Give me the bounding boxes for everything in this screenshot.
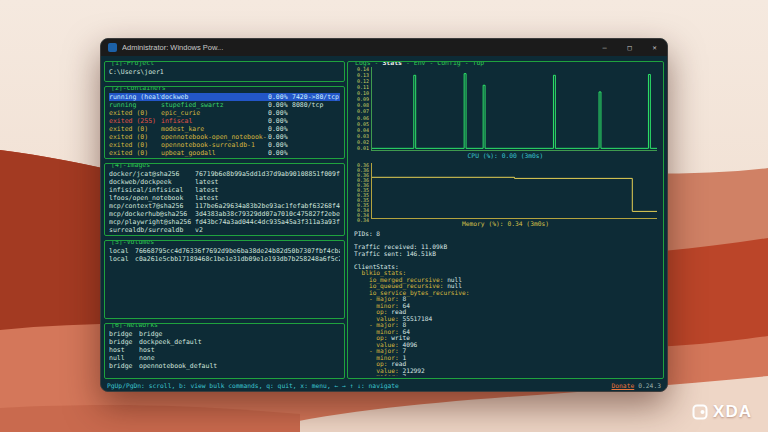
network-name: host bbox=[139, 346, 340, 354]
network-name: dockpeek_default bbox=[139, 338, 340, 346]
image-tag: latest bbox=[195, 186, 340, 194]
container-ports: 8080/tcp bbox=[292, 101, 340, 109]
image-tag: latest bbox=[195, 178, 340, 186]
container-row[interactable]: exited (0) modest_kare 0.00% bbox=[109, 125, 340, 133]
memory-series-line bbox=[372, 177, 657, 211]
container-cpu: 0.00% bbox=[268, 117, 292, 125]
container-status: exited (0) bbox=[109, 125, 161, 133]
network-row[interactable]: bridge bridge bbox=[109, 330, 340, 338]
window-titlebar[interactable]: Administrator: Windows Pow... – □ ✕ bbox=[101, 39, 667, 56]
cpu-plot-area bbox=[371, 67, 657, 151]
xda-watermark: XDA bbox=[692, 402, 752, 422]
memory-plot-area bbox=[371, 163, 657, 219]
container-cpu: 0.00% bbox=[268, 149, 292, 157]
container-ports bbox=[292, 125, 340, 133]
container-name: dockweb bbox=[161, 93, 268, 101]
container-row[interactable]: exited (0) opennotebook-open_notebook-1 … bbox=[109, 133, 340, 141]
terminal-columns: [1]-Project C:\Users\joer1 [2]-Container… bbox=[104, 57, 664, 379]
container-status: exited (255) bbox=[109, 117, 161, 125]
container-status: exited (0) bbox=[109, 109, 161, 117]
container-row[interactable]: exited (0) upbeat_goodall 0.00% bbox=[109, 149, 340, 157]
cpu-axis-label: 0.06 bbox=[354, 116, 369, 121]
image-name: mcp/dockerhub@sha256 bbox=[109, 210, 195, 218]
image-row[interactable]: mcp/dockerhub@sha256 3d4383ab38c79329dd0… bbox=[109, 210, 340, 218]
container-row[interactable]: running (healthy) dockweb 0.00% 7420->80… bbox=[109, 93, 340, 101]
image-tag: fd43bc74a3ad044c4dc935a45a3f311a3a93fb4d bbox=[195, 218, 340, 226]
stat-value: 8 bbox=[373, 231, 380, 238]
volumes-list: local 76668795cc4d76336f7692d9be6ba38de2… bbox=[109, 244, 340, 263]
network-driver: bridge bbox=[109, 330, 139, 338]
network-driver: host bbox=[109, 346, 139, 354]
network-name: opennotebook_default bbox=[139, 362, 340, 370]
containers-panel-title: [2]-Containers bbox=[109, 86, 168, 92]
image-name: lfoos/open_notebook bbox=[109, 194, 195, 202]
volume-row[interactable]: local c0a261e5cbb17189468c1be1e31db09e1e… bbox=[109, 255, 340, 263]
powershell-app-icon bbox=[108, 43, 117, 52]
memory-caption: Memory (%): 0.34 (3m0s) bbox=[354, 219, 657, 229]
tab-label: Logs bbox=[355, 61, 371, 67]
minimize-button[interactable]: – bbox=[592, 39, 617, 56]
cpu-series-line bbox=[372, 74, 657, 149]
cpu-axis-label: 0.07 bbox=[354, 109, 369, 114]
xda-logo-icon bbox=[692, 404, 708, 420]
maximize-button[interactable]: □ bbox=[617, 39, 642, 56]
image-name: dockweb/dockpeek bbox=[109, 178, 195, 186]
close-button[interactable]: ✕ bbox=[642, 39, 667, 56]
container-row[interactable]: running stupefied_swartz 0.00% 8080/tcp bbox=[109, 101, 340, 109]
container-status: exited (0) bbox=[109, 133, 161, 141]
container-name: modest_kare bbox=[161, 125, 268, 133]
version-label: 0.24.3 bbox=[638, 382, 661, 389]
network-driver: null bbox=[109, 354, 139, 362]
image-name: mcp/playwright@sha256 bbox=[109, 218, 195, 226]
volumes-panel-title: [5]-Volumes bbox=[109, 240, 156, 246]
container-row[interactable]: exited (0) opennotebook-surrealdb-1 0.00… bbox=[109, 141, 340, 149]
donate-link[interactable]: Donate bbox=[612, 382, 635, 389]
sidebar-panels: [1]-Project C:\Users\joer1 [2]-Container… bbox=[104, 57, 345, 379]
image-row[interactable]: infisical/infisical latest bbox=[109, 186, 340, 194]
container-row[interactable]: exited (255) infiscal 0.00% bbox=[109, 117, 340, 125]
project-panel[interactable]: [1]-Project C:\Users\joer1 bbox=[104, 61, 345, 82]
terminal-window: Administrator: Windows Pow... – □ ✕ [1]-… bbox=[100, 38, 668, 392]
container-ports bbox=[292, 109, 340, 117]
volumes-panel[interactable]: [5]-Volumes local 76668795cc4d76336f7692… bbox=[104, 240, 345, 319]
network-row[interactable]: host host bbox=[109, 346, 340, 354]
volume-row[interactable]: local 76668795cc4d76336f7692d9be6ba38de2… bbox=[109, 247, 340, 255]
cpu-plot-canvas bbox=[372, 67, 657, 150]
image-row[interactable]: docker/jcat@sha256 76719b6e8b99a5dd1d37d… bbox=[109, 170, 340, 178]
image-tag: 3d4383ab38c79329dd07a7010c475827f2ebe873 bbox=[195, 210, 340, 218]
container-name: stupefied_swartz bbox=[161, 101, 268, 109]
image-name: infisical/infisical bbox=[109, 186, 195, 194]
container-ports bbox=[292, 149, 340, 157]
volume-driver: local bbox=[109, 255, 135, 263]
container-name: epic_curie bbox=[161, 109, 268, 117]
networks-panel-title: [6]-Networks bbox=[109, 323, 160, 329]
networks-list: bridge bridge bridge dockpeek_default bbox=[109, 327, 340, 370]
containers-panel[interactable]: [2]-Containers running (healthy) dockweb… bbox=[104, 86, 345, 159]
memory-y-axis: 0.360.360.360.360.360.350.350.350.350.34… bbox=[354, 163, 371, 219]
networks-panel[interactable]: [6]-Networks bridge bridge bridge bbox=[104, 323, 345, 379]
image-row[interactable]: surrealdb/surrealdb v2 bbox=[109, 226, 340, 234]
stats-output: PIDs: 8 Traffic received: bbox=[354, 231, 657, 376]
container-cpu: 0.00% bbox=[268, 133, 292, 141]
network-row[interactable]: bridge dockpeek_default bbox=[109, 338, 340, 346]
image-row[interactable]: mcp/context7@sha256 117be6a29634a83b2be9… bbox=[109, 202, 340, 210]
images-panel[interactable]: [4]-Images docker/jcat@sha256 76719b6e8b… bbox=[104, 163, 345, 236]
volume-name: c0a261e5cbb17189468c1be1e31db09e1e193db7… bbox=[135, 255, 340, 263]
container-status: exited (0) bbox=[109, 149, 161, 157]
network-driver: bridge bbox=[109, 338, 139, 346]
image-row[interactable]: mcp/playwright@sha256 fd43bc74a3ad044c4d… bbox=[109, 218, 340, 226]
image-row[interactable]: lfoos/open_notebook latest bbox=[109, 194, 340, 202]
image-row[interactable]: dockweb/dockpeek latest bbox=[109, 178, 340, 186]
container-ports bbox=[292, 117, 340, 125]
network-row[interactable]: null none bbox=[109, 354, 340, 362]
volume-driver: local bbox=[109, 247, 135, 255]
image-name: mcp/context7@sha256 bbox=[109, 202, 195, 210]
stat-value: 7 bbox=[399, 374, 406, 376]
network-row[interactable]: bridge opennotebook_default bbox=[109, 362, 340, 370]
container-status: running bbox=[109, 101, 161, 109]
stats-panel[interactable]: Logs - Stats - Env - Config - Top bbox=[347, 61, 664, 379]
container-row[interactable]: exited (0) epic_curie 0.00% bbox=[109, 109, 340, 117]
image-tag: 76719b6e8b99a5dd1d37d9ab90108851f009f8 bbox=[195, 170, 340, 178]
status-bar-right: Donate 0.24.3 bbox=[612, 382, 662, 389]
container-name: opennotebook-surrealdb-1 bbox=[161, 141, 268, 149]
